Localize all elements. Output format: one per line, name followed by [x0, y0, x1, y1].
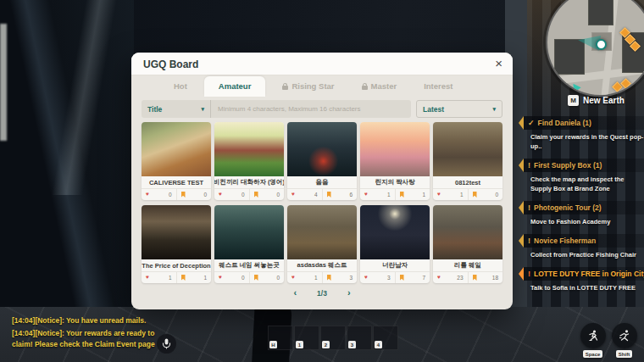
like-count: 1 [387, 192, 391, 198]
tab-rising-star[interactable]: Rising Star [272, 76, 344, 97]
jump-icon [586, 329, 600, 343]
exclamation-icon: ! [528, 162, 530, 170]
card-stats: ♥0 0 [214, 188, 284, 200]
heart-icon: ♥ [437, 192, 441, 198]
ugq-board-panel: UGQ Board × Hot Amateur Rising Star Mast… [131, 53, 513, 309]
hotkey-badge: 2 [322, 341, 330, 348]
chevron-down-icon: ▾ [201, 106, 204, 113]
hotbar: H 1 2 3 4 [268, 326, 398, 350]
card-thumbnail [360, 122, 430, 176]
close-icon[interactable]: × [495, 56, 502, 71]
heart-icon: ♥ [219, 275, 222, 281]
card-thumbnail [214, 205, 284, 259]
card-thumbnail [142, 205, 211, 259]
hotbar-slot[interactable]: 4 [373, 326, 398, 350]
bookmark-count: 6 [349, 192, 353, 198]
hotbar-slot[interactable]: 3 [347, 326, 372, 350]
sort-select[interactable]: Latest ▾ [416, 100, 502, 118]
quest-banner[interactable]: ! LOTTE DUTY FREE in Origin City [524, 267, 644, 281]
next-page-button[interactable]: › [347, 288, 351, 298]
heart-icon: ♥ [146, 275, 149, 281]
tab-label: Hot [174, 81, 187, 91]
quest-banner[interactable]: ! First Supply Box (1) [524, 159, 644, 172]
tab-hot[interactable]: Hot [164, 76, 197, 97]
tab-interest[interactable]: Interest [414, 76, 463, 97]
bookmark-count: 1 [203, 275, 207, 281]
hotbar-slot[interactable]: H [268, 326, 293, 350]
ugq-card[interactable]: 린지의 짝사랑 ♥1 1 [360, 122, 430, 200]
bookmark-count: 0 [495, 192, 498, 198]
quest-item-highlighted: ! LOTTE DUTY FREE in Origin City Talk to… [519, 267, 644, 292]
chat-log: [14:04][Notice]: You have unread mails. … [12, 315, 175, 351]
quest-description: Check the map and inspect the Supply Box… [530, 175, 644, 193]
like-count: 1 [169, 275, 172, 281]
bookmark-icon [254, 275, 258, 281]
bookmark-count: 0 [203, 192, 207, 198]
hotkey-badge: 4 [375, 341, 382, 348]
microphone-button[interactable] [157, 334, 176, 354]
tab-label: Master [371, 81, 397, 91]
page-indicator: 1/3 [317, 289, 327, 298]
card-thumbnail [287, 205, 357, 259]
hotkey-badge: 1 [296, 341, 303, 348]
prev-page-button[interactable]: ‹ [293, 288, 297, 298]
ugq-card[interactable]: 0812test ♥1 0 [433, 122, 502, 200]
bookmark-count: 1 [422, 192, 425, 198]
like-count: 4 [314, 192, 318, 198]
check-icon: ✓ [528, 120, 535, 127]
bookmark-icon [327, 192, 331, 198]
ugq-card[interactable]: The Price of Deception ♥1 1 [142, 205, 211, 283]
board-tabs: Hot Amateur Rising Star Master Interest [131, 75, 513, 97]
quest-banner[interactable]: ! Novice Fisherman [524, 234, 644, 248]
bookmark-icon [254, 192, 258, 198]
hotbar-slot[interactable]: 1 [294, 326, 319, 350]
ugq-card[interactable]: asdasdas 웨스트 ♥1 3 [287, 205, 357, 283]
ugq-card[interactable]: CALIVERSE TEST ♥0 0 [142, 122, 211, 200]
card-stats: ♥0 0 [214, 271, 284, 283]
quest-banner[interactable]: ! Photogenic Tour (2) [524, 201, 644, 214]
quest-description: Move to Fashion Academy [530, 217, 644, 226]
card-stats: ♥1 1 [142, 271, 211, 283]
card-thumbnail [433, 122, 502, 176]
card-thumbnail [433, 205, 502, 259]
card-stats: ♥1 3 [287, 271, 357, 283]
minimap-player-marker [596, 39, 607, 50]
tab-master[interactable]: Master [352, 76, 408, 97]
quest-title: Photogenic Tour (2) [534, 203, 602, 212]
card-title: 0812test [433, 176, 502, 188]
location-name: New Earth [583, 96, 625, 105]
ugq-card[interactable]: 음음 ♥4 6 [287, 122, 357, 200]
minimap-building [588, 0, 613, 25]
ugq-card[interactable]: 웨스트 네임 써놓는곳 ♥0 0 [214, 205, 284, 283]
heart-icon: ♥ [291, 192, 295, 198]
quest-banner[interactable]: ✓ Find Daniela (1) [524, 116, 644, 130]
sprint-button[interactable] [612, 323, 637, 348]
background-light-sliver [0, 24, 7, 141]
heart-icon: ♥ [146, 192, 149, 198]
lock-icon [282, 83, 288, 90]
tab-amateur[interactable]: Amateur [204, 76, 266, 97]
quest-item: ! Novice Fisherman Collect from Practice… [519, 234, 644, 259]
board-title: UGQ Board [143, 58, 198, 70]
card-stats: ♥1 0 [433, 188, 502, 200]
card-stats: ♥4 6 [287, 188, 357, 200]
tab-label: Interest [424, 81, 452, 91]
card-title: 리틀 웨일 [433, 259, 502, 271]
ugq-card[interactable]: 리틀 웨일 ♥23 18 [433, 205, 502, 283]
microphone-icon [162, 338, 171, 349]
category-select[interactable]: Title ▾ [142, 100, 211, 118]
bookmark-icon [400, 192, 404, 198]
jump-button[interactable] [580, 323, 606, 348]
heart-icon: ♥ [364, 192, 368, 198]
ugq-card[interactable]: 너란남자 ♥3 7 [360, 205, 430, 283]
card-title: 린지의 짝사랑 [360, 176, 430, 188]
heart-icon: ♥ [219, 192, 222, 198]
card-stats: ♥3 7 [360, 271, 430, 283]
location-row: M New Earth [568, 95, 625, 106]
hotbar-slot[interactable]: 2 [320, 326, 346, 350]
search-input[interactable] [211, 100, 411, 118]
card-stats: ♥1 1 [360, 188, 430, 200]
exclamation-icon: ! [528, 270, 530, 278]
filter-row: Title ▾ Latest ▾ [142, 100, 502, 118]
ugq-card[interactable]: 비컨끼리 대화하자 (영어) ♥0 0 [214, 122, 284, 200]
